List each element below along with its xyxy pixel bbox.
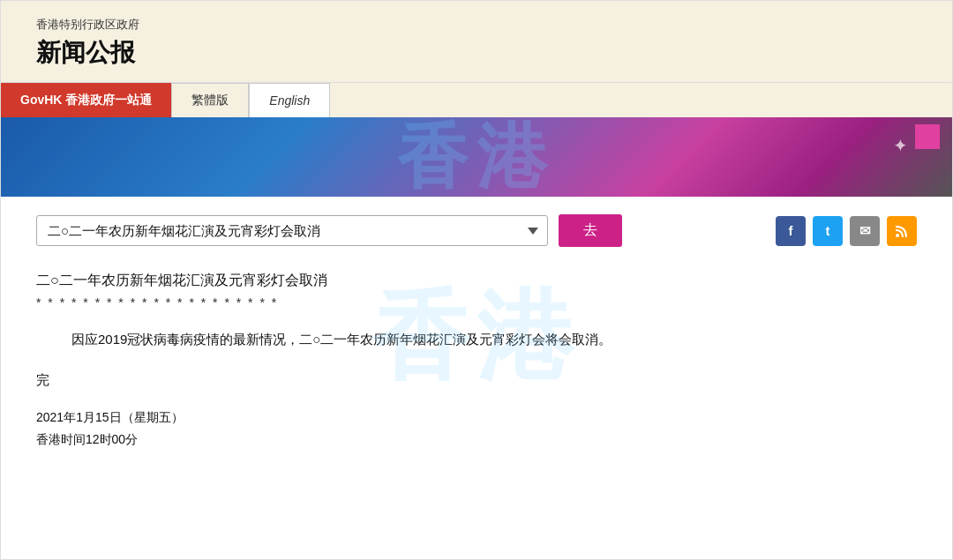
header-title: 新闻公报 xyxy=(36,36,917,70)
article-stars: * * * * * * * * * * * * * * * * * * * * … xyxy=(36,295,917,310)
rss-icon[interactable] xyxy=(887,216,917,246)
nav-bar: GovHK 香港政府一站通 繁體版 English xyxy=(1,83,952,117)
article-select[interactable]: 二○二一年农历新年烟花汇演及元宵彩灯会取消 xyxy=(36,215,548,246)
main-content: 香港 二○二一年农历新年烟花汇演及元宵彩灯会取消 去 f t ✉ xyxy=(1,197,952,477)
banner-sparkle: ✦ xyxy=(893,135,908,156)
mail-icon[interactable]: ✉ xyxy=(850,216,880,246)
facebook-icon[interactable]: f xyxy=(776,216,806,246)
page-wrapper: 香港特别行政区政府 新闻公报 GovHK 香港政府一站通 繁體版 English… xyxy=(0,0,953,560)
banner-pink-square xyxy=(915,124,940,149)
header-subtitle: 香港特别行政区政府 xyxy=(36,17,917,33)
nav-tc[interactable]: 繁體版 xyxy=(171,83,249,117)
banner-watermark: 香港 xyxy=(397,117,556,197)
header: 香港特别行政区政府 新闻公报 xyxy=(1,1,952,83)
article-body: 因应2019冠状病毒病疫情的最新情况，二○二一年农历新年烟花汇演及元宵彩灯会将会… xyxy=(71,327,917,351)
article-time-line2: 香港时间12时00分 xyxy=(36,429,917,451)
twitter-icon[interactable]: t xyxy=(813,216,843,246)
social-icons: f t ✉ xyxy=(776,216,917,246)
nav-main[interactable]: GovHK 香港政府一站通 xyxy=(1,83,171,117)
article-end: 完 xyxy=(36,372,917,389)
article-date: 2021年1月15日（星期五） 香港时间12时00分 xyxy=(36,407,917,451)
article-title: 二○二一年农历新年烟花汇演及元宵彩灯会取消 xyxy=(36,272,917,290)
svg-point-0 xyxy=(896,234,899,237)
go-button[interactable]: 去 xyxy=(559,214,622,247)
banner: 香港 ✦ xyxy=(1,117,952,197)
dropdown-row: 二○二一年农历新年烟花汇演及元宵彩灯会取消 去 f t ✉ xyxy=(36,214,917,247)
nav-en[interactable]: English xyxy=(249,83,330,117)
article-date-line1: 2021年1月15日（星期五） xyxy=(36,407,917,429)
